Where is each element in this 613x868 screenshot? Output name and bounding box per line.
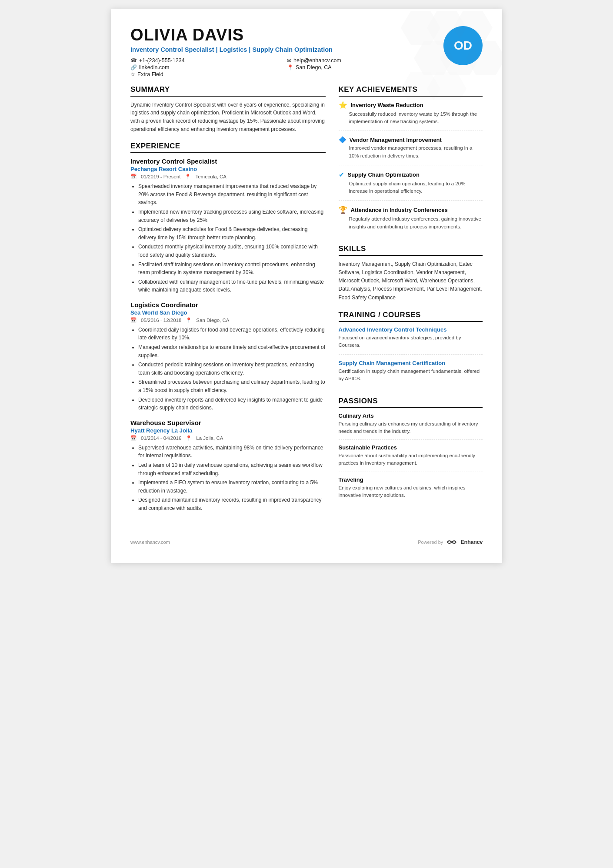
skills-section: SKILLS Inventory Management, Supply Chai… — [339, 245, 483, 302]
skills-title: SKILLS — [339, 245, 483, 256]
email-value: help@enhancv.com — [293, 57, 341, 64]
job-3-title: Warehouse Supervisor — [130, 419, 326, 426]
skills-text: Inventory Management, Supply Chain Optim… — [339, 260, 483, 302]
powered-by-label: Powered by — [418, 540, 443, 545]
avatar-initials: OD — [454, 39, 472, 53]
linkedin-value: linkedin.com — [139, 64, 169, 70]
job-2-title: Logistics Coordinator — [130, 301, 326, 308]
experience-section: EXPERIENCE Inventory Control Specialist … — [130, 142, 326, 512]
job-1-company: Pechanga Resort Casino — [130, 166, 326, 172]
passion-1-text: Pursuing culinary arts enhances my under… — [339, 420, 483, 436]
training-2-text: Certification in supply chain management… — [339, 368, 483, 383]
list-item: Facilitated staff training sessions on i… — [138, 261, 326, 277]
achievement-2: 🔷 Vendor Management Improvement Improved… — [339, 136, 483, 165]
achievement-4-title: Attendance in Industry Conferences — [351, 207, 448, 213]
resume-container: OLIVIA DAVIS Inventory Control Specialis… — [111, 9, 502, 563]
list-item: Spearheaded inventory management improve… — [138, 182, 326, 207]
job-2-date: 05/2016 - 12/2018 — [141, 318, 181, 323]
left-column: SUMMARY Dynamic Inventory Control Specia… — [130, 85, 326, 521]
achievement-3-header: ✔ Supply Chain Optimization — [339, 171, 483, 179]
job-1: Inventory Control Specialist Pechanga Re… — [130, 158, 326, 294]
passion-3-text: Enjoy exploring new cultures and cuisine… — [339, 484, 483, 499]
training-2-title: Supply Chain Management Certification — [339, 360, 483, 366]
summary-text: Dynamic Inventory Control Specialist wit… — [130, 101, 326, 133]
job-3-date: 01/2014 - 04/2016 — [141, 436, 181, 441]
list-item: Designed and maintained inventory record… — [138, 496, 326, 512]
achievement-4-text: Regularly attended industry conferences,… — [339, 215, 483, 231]
achievement-2-icon: 🔷 — [339, 136, 346, 143]
passion-2-text: Passionate about sustainability and impl… — [339, 452, 483, 467]
contact-location: 📍 San Diego, CA — [287, 64, 435, 70]
achievement-1-icon: ⭐ — [339, 101, 347, 109]
contact-linkedin: 🔗 linkedin.com — [130, 64, 278, 70]
brand-name: Enhancv — [460, 539, 483, 545]
passions-section: PASSIONS Culinary Arts Pursuing culinary… — [339, 397, 483, 504]
achievement-2-title: Vendor Management Improvement — [350, 137, 442, 143]
list-item: Streamlined processes between purchasing… — [138, 378, 326, 394]
job-1-meta: 📅 01/2019 - Present 📍 Temecula, CA — [130, 174, 326, 180]
enhancv-logo-icon — [446, 539, 458, 546]
list-item: Developed inventory reports and delivere… — [138, 396, 326, 412]
achievement-3: ✔ Supply Chain Optimization Optimized su… — [339, 171, 483, 201]
training-1-title: Advanced Inventory Control Techniques — [339, 326, 483, 333]
achievement-4: 🏆 Attendance in Industry Conferences Reg… — [339, 206, 483, 236]
achievement-1-title: Inventory Waste Reduction — [351, 102, 423, 108]
training-section: TRAINING / COURSES Advanced Inventory Co… — [339, 311, 483, 388]
job-1-bullets: Spearheaded inventory management improve… — [130, 182, 326, 294]
achievement-2-text: Improved vendor management processes, re… — [339, 144, 483, 160]
job-1-location: Temecula, CA — [195, 174, 227, 179]
contact-grid: ☎ +1-(234)-555-1234 ✉ help@enhancv.com 🔗… — [130, 57, 435, 77]
extra-value: Extra Field — [137, 71, 163, 77]
email-icon: ✉ — [287, 57, 291, 64]
summary-title: SUMMARY — [130, 85, 326, 97]
list-item: Conducted periodic training sessions on … — [138, 361, 326, 377]
passion-2: Sustainable Practices Passionate about s… — [339, 444, 483, 472]
location-value: San Diego, CA — [296, 64, 332, 70]
achievements-section: KEY ACHIEVEMENTS ⭐ Inventory Waste Reduc… — [339, 85, 483, 236]
job-3-company: Hyatt Regency La Jolla — [130, 427, 326, 434]
job-1-title: Inventory Control Specialist — [130, 158, 326, 165]
footer-website: www.enhancv.com — [130, 540, 170, 545]
footer: www.enhancv.com Powered by Enhancv — [130, 534, 483, 546]
list-item: Implemented new inventory tracking proce… — [138, 208, 326, 224]
list-item: Conducted monthly physical inventory aud… — [138, 243, 326, 259]
list-item: Collaborated with culinary management to… — [138, 278, 326, 294]
footer-brand: Powered by Enhancv — [418, 539, 483, 546]
achievement-4-icon: 🏆 — [339, 206, 347, 214]
job-2: Logistics Coordinator Sea World San Dieg… — [130, 301, 326, 412]
location-icon: 📍 — [186, 317, 192, 323]
calendar-icon: 📅 — [130, 317, 137, 323]
star-icon: ☆ — [130, 71, 135, 77]
contact-extra: ☆ Extra Field — [130, 71, 278, 77]
avatar: OD — [443, 26, 483, 65]
header: OLIVIA DAVIS Inventory Control Specialis… — [130, 26, 483, 77]
candidate-title: Inventory Control Specialist | Logistics… — [130, 46, 435, 53]
list-item: Coordinated daily logistics for food and… — [138, 326, 326, 342]
passion-1-title: Culinary Arts — [339, 412, 483, 419]
job-2-location: San Diego, CA — [196, 318, 229, 323]
location-icon: 📍 — [186, 435, 192, 441]
list-item: Managed vendor relationships to ensure t… — [138, 343, 326, 359]
training-1: Advanced Inventory Control Techniques Fo… — [339, 326, 483, 355]
calendar-icon: 📅 — [130, 174, 137, 180]
contact-email: ✉ help@enhancv.com — [287, 57, 435, 64]
summary-section: SUMMARY Dynamic Inventory Control Specia… — [130, 85, 326, 133]
phone-value: +1-(234)-555-1234 — [139, 57, 185, 64]
list-item: Optimized delivery schedules for Food & … — [138, 225, 326, 241]
list-item: Supervised warehouse activities, maintai… — [138, 444, 326, 460]
location-icon: 📍 — [287, 64, 293, 70]
achievement-2-header: 🔷 Vendor Management Improvement — [339, 136, 483, 143]
training-title: TRAINING / COURSES — [339, 311, 483, 322]
passions-title: PASSIONS — [339, 397, 483, 408]
job-1-date: 01/2019 - Present — [141, 174, 180, 179]
job-2-meta: 📅 05/2016 - 12/2018 📍 San Diego, CA — [130, 317, 326, 323]
training-1-text: Focused on advanced inventory strategies… — [339, 334, 483, 349]
achievement-3-icon: ✔ — [339, 171, 344, 179]
achievement-3-text: Optimized supply chain operations, leadi… — [339, 180, 483, 195]
passion-3-title: Traveling — [339, 476, 483, 483]
right-column: KEY ACHIEVEMENTS ⭐ Inventory Waste Reduc… — [339, 85, 483, 521]
job-3: Warehouse Supervisor Hyatt Regency La Jo… — [130, 419, 326, 513]
job-2-company: Sea World San Diego — [130, 309, 326, 316]
achievements-title: KEY ACHIEVEMENTS — [339, 85, 483, 97]
phone-icon: ☎ — [130, 57, 137, 64]
